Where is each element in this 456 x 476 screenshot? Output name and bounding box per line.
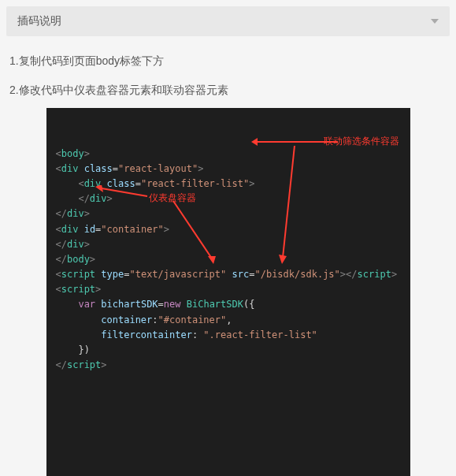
code-line: <script type="text/javascript" src="/bis…	[56, 267, 401, 282]
code-line: <div id="container">	[56, 222, 401, 237]
panel-header[interactable]: 插码说明	[6, 6, 450, 36]
code-line: </div>	[56, 192, 401, 206]
code-example-figure: <body><div class="react-layout"> <div cl…	[46, 108, 410, 476]
annotation-dashboard-container: 仪表盘容器	[149, 191, 196, 206]
panel-title: 插码说明	[17, 14, 61, 28]
code-line: </script>	[56, 358, 401, 373]
svg-marker-1	[251, 138, 258, 146]
code-line: <div class="react-layout">	[56, 162, 401, 177]
code-line: var bichartSDK=new BiChartSDK({	[56, 297, 401, 312]
code-line: <script>	[56, 282, 401, 297]
code-line: </body>	[56, 252, 401, 267]
instruction-step-1: 1.复制代码到页面body标签下方	[9, 50, 447, 72]
code-line: })	[56, 343, 401, 358]
code-line: <div class="react-filter-list">	[56, 177, 401, 192]
code-line: filtercontainter: ".react-filter-list"	[56, 328, 401, 343]
code-line: container:"#container",	[56, 313, 401, 328]
annotation-filter-container: 联动筛选条件容器	[324, 134, 399, 149]
instruction-step-2: 2.修改代码中仪表盘容器元素和联动容器元素	[9, 80, 447, 101]
chevron-down-icon	[431, 19, 439, 24]
code-line: </div>	[56, 206, 401, 221]
panel-body: 1.复制代码到页面body标签下方 2.修改代码中仪表盘容器元素和联动容器元素 …	[6, 50, 450, 476]
code-line: </div>	[56, 237, 401, 252]
